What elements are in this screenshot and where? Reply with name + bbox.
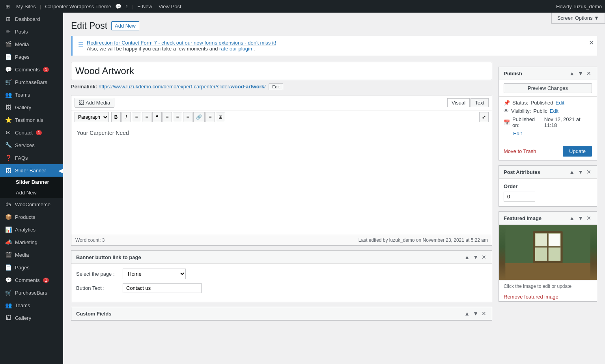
- submenu-item-sliderbanner[interactable]: Slider Banner: [0, 177, 63, 187]
- media2-icon: 🎬: [5, 252, 12, 258]
- wp-icon-link[interactable]: ⊞: [3, 4, 12, 9]
- rate-plugin-link[interactable]: rate our plugin: [219, 46, 252, 52]
- sidebar-item-label: Comments: [15, 67, 40, 73]
- posts-icon: ✏: [5, 28, 12, 35]
- order-label: Order: [504, 183, 592, 189]
- new-link[interactable]: + New: [135, 4, 155, 9]
- blockquote-button[interactable]: ❝: [152, 112, 162, 122]
- add-media-label: Add Media: [86, 100, 110, 106]
- sidebar-item-purchasebars[interactable]: 🛒 PurchaseBars: [0, 76, 63, 88]
- featured-image-thumbnail[interactable]: [499, 225, 597, 280]
- sidebar-item-label: Slider Banner: [15, 168, 46, 174]
- custom-fields-close[interactable]: ✕: [481, 310, 487, 317]
- view-post-link[interactable]: View Post: [156, 4, 184, 9]
- post-attributes-controls: ▲ ▼ ✕: [568, 169, 592, 175]
- move-to-trash-link[interactable]: Move to Trash: [504, 148, 536, 154]
- post-attr-up[interactable]: ▲: [568, 169, 575, 175]
- sidebar-item-analytics[interactable]: 📊 Analytics: [0, 223, 63, 236]
- editor-body[interactable]: Your Carpenter Need: [71, 124, 492, 235]
- sidebar-item-faqs[interactable]: ❓ FAQs: [0, 151, 63, 164]
- publish-panel-up[interactable]: ▲: [568, 70, 575, 77]
- sidebar-item-purchasebars2[interactable]: 🛒 PurchaseBars: [0, 286, 63, 299]
- featured-image-header: Featured image ▲ ▼ ✕: [499, 212, 597, 225]
- add-new-button[interactable]: Add New: [111, 21, 139, 30]
- sidebar-item-label: Pages: [15, 54, 30, 60]
- fullscreen-button[interactable]: ⤢: [479, 112, 489, 122]
- custom-fields-collapse-up[interactable]: ▲: [463, 310, 471, 317]
- add-media-button[interactable]: 🖼 Add Media: [75, 98, 114, 108]
- align-center-button[interactable]: ≡: [173, 112, 182, 122]
- paragraph-select[interactable]: Paragraph Heading 1 Heading 2: [75, 112, 109, 122]
- contact-icon: ✉: [5, 129, 12, 136]
- my-sites-link[interactable]: My Sites: [14, 4, 38, 9]
- screen-options-button[interactable]: Screen Options ▼: [551, 13, 605, 24]
- sidebar-item-comments2[interactable]: 💬 Comments 1: [0, 274, 63, 286]
- align-left-button[interactable]: ≡: [162, 112, 172, 122]
- align-right-button[interactable]: ≡: [183, 112, 192, 122]
- page-select[interactable]: Home About Services Contact Gallery: [123, 269, 186, 279]
- remove-featured-image-link[interactable]: Remove featured image: [499, 292, 597, 301]
- unordered-list-button[interactable]: ≡: [132, 112, 141, 122]
- sidebar-item-marketing[interactable]: 📣 Marketing: [0, 236, 63, 248]
- featured-image-up[interactable]: ▲: [568, 215, 575, 221]
- custom-fields-panel: Custom Fields ▲ ▼ ✕: [71, 307, 492, 321]
- custom-fields-collapse-down[interactable]: ▼: [472, 310, 479, 317]
- publish-info: 📌 Status: Published Edit 👁 Visibility: P…: [499, 97, 597, 143]
- notice-close-button[interactable]: ✕: [589, 39, 594, 47]
- banner-panel-collapse-down[interactable]: ▼: [472, 254, 479, 260]
- sidebar-item-pages2[interactable]: 📄 Pages: [0, 261, 63, 274]
- banner-panel-collapse-up[interactable]: ▲: [463, 254, 471, 260]
- table-button[interactable]: ⊞: [216, 112, 225, 122]
- italic-button[interactable]: I: [121, 112, 131, 122]
- sidebar-item-pages[interactable]: 📄 Pages: [0, 50, 63, 63]
- featured-image-down[interactable]: ▼: [577, 215, 584, 221]
- sidebar-item-media[interactable]: 🎬 Media: [0, 38, 63, 50]
- post-attributes-panel: Post Attributes ▲ ▼ ✕ Order: [499, 165, 597, 207]
- sidebar-item-contact[interactable]: ✉ Contact 1: [0, 126, 63, 139]
- bold-button[interactable]: B: [111, 112, 121, 122]
- edit-permalink-button[interactable]: Edit: [269, 83, 283, 90]
- post-title-input[interactable]: [71, 62, 492, 80]
- post-attr-down[interactable]: ▼: [577, 169, 584, 175]
- published-edit-link[interactable]: Edit: [513, 131, 522, 136]
- sidebar-item-services[interactable]: 🔧 Services: [0, 139, 63, 151]
- sidebar-item-label: Gallery: [15, 315, 31, 321]
- status-edit-link[interactable]: Edit: [556, 100, 564, 106]
- select-page-label: Select the page :: [76, 271, 120, 277]
- sidebar-item-media2[interactable]: 🎬 Media: [0, 248, 63, 261]
- sidebar-item-gallery2[interactable]: 🖼 Gallery: [0, 312, 63, 324]
- sidebar-item-posts[interactable]: ✏ Posts: [0, 25, 63, 38]
- sidebar-item-gallery[interactable]: 🖼 Gallery: [0, 101, 63, 114]
- link-button[interactable]: 🔗: [193, 112, 205, 122]
- notice-body-text: Also, we will be happy if you can take a…: [87, 46, 219, 52]
- sidebar-item-testimonials[interactable]: ⭐ Testimonials: [0, 114, 63, 126]
- sidebar-item-products[interactable]: 📦 Products: [0, 211, 63, 223]
- order-input[interactable]: [504, 192, 535, 202]
- featured-image-close[interactable]: ✕: [586, 215, 592, 221]
- button-text-input[interactable]: [123, 283, 202, 293]
- preview-button[interactable]: Preview Changes: [504, 83, 592, 93]
- permalink-link[interactable]: https://www.luzukdemo.com/demo/expert-ca…: [99, 84, 267, 90]
- sidebar-item-woocommerce[interactable]: 🛍 WooCommerce: [0, 198, 63, 211]
- sidebar-item-dashboard[interactable]: ⊞ Dashboard: [0, 13, 63, 25]
- sidebar-item-teams2[interactable]: 👥 Teams: [0, 299, 63, 312]
- post-attr-close[interactable]: ✕: [586, 169, 592, 175]
- tab-text[interactable]: Text: [471, 98, 489, 107]
- publish-panel-down[interactable]: ▼: [577, 70, 584, 77]
- site-name-link[interactable]: Carpenter Wordpress Theme: [43, 4, 114, 9]
- banner-panel-close[interactable]: ✕: [481, 254, 487, 260]
- sidebar-item-sliderbanner[interactable]: 🖼 Slider Banner ◀: [0, 164, 63, 177]
- published-icon: 📅: [504, 119, 510, 125]
- ordered-list-button[interactable]: ≡: [142, 112, 151, 122]
- read-more-button[interactable]: ≡: [205, 112, 215, 122]
- permalink-label: Permalink:: [71, 84, 97, 90]
- update-button[interactable]: Update: [563, 146, 592, 157]
- tab-visual[interactable]: Visual: [447, 98, 470, 107]
- comments-link[interactable]: 1: [123, 4, 131, 9]
- sidebar-item-teams1[interactable]: 👥 Teams: [0, 88, 63, 101]
- publish-panel-close[interactable]: ✕: [586, 70, 592, 77]
- submenu-item-addnew[interactable]: Add New: [0, 187, 63, 198]
- sidebar-item-comments[interactable]: 💬 Comments 1: [0, 63, 63, 76]
- visibility-edit-link[interactable]: Edit: [550, 108, 558, 114]
- notice-link[interactable]: Redirection for Contact Form 7 - check o…: [87, 40, 276, 46]
